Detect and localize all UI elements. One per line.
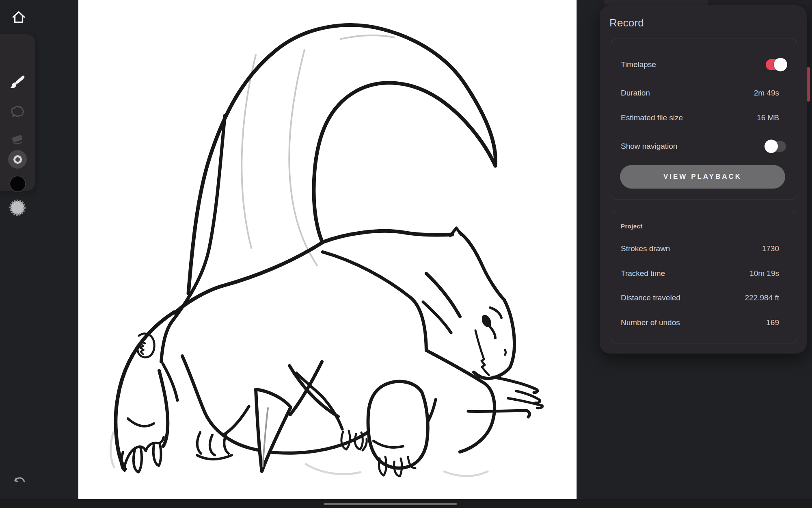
toggle-thumb (764, 140, 778, 153)
color-swatch-black[interactable] (8, 174, 27, 193)
number-of-undos-value: 169 (766, 318, 779, 327)
distance-traveled-label: Distance traveled (621, 293, 680, 302)
record-panel: Record Timelapse Duration 2m 49s Estimat… (600, 5, 807, 354)
tool-panel (0, 34, 35, 191)
canvas-drawing (78, 0, 577, 499)
eraser-tool-button[interactable] (8, 129, 27, 148)
duration-label: Duration (621, 89, 650, 98)
show-navigation-label: Show navigation (621, 142, 677, 151)
timelapse-label: Timelapse (621, 60, 656, 69)
strokes-drawn-label: Strokes drawn (621, 244, 670, 253)
project-heading: Project (621, 223, 643, 230)
background-panel-edge (604, 0, 708, 5)
strokes-drawn-value: 1730 (762, 244, 779, 253)
home-icon (11, 20, 27, 26)
show-navigation-toggle[interactable] (766, 141, 786, 152)
tracked-time-value: 10m 19s (749, 269, 779, 278)
texture-swatch-icon (9, 199, 26, 218)
file-size-label: Estimated file size (621, 113, 683, 122)
drawing-canvas[interactable] (78, 0, 577, 499)
number-of-undos-label: Number of undos (621, 318, 680, 327)
project-stats-card: Project Strokes drawn 1730 Tracked time … (611, 211, 797, 343)
duration-value: 2m 49s (754, 89, 779, 98)
smudge-tool-button[interactable] (8, 102, 27, 121)
vertical-scrollbar[interactable] (807, 67, 810, 102)
home-button[interactable] (11, 9, 27, 25)
brush-tool-button[interactable] (8, 74, 27, 92)
stroke-style-button[interactable] (8, 150, 27, 169)
black-color-icon (9, 176, 26, 192)
eraser-icon (9, 130, 26, 148)
undo-button[interactable] (11, 473, 27, 488)
background-toolbar-edge (708, 0, 812, 5)
toggle-thumb (774, 58, 787, 72)
undo-icon (11, 481, 27, 488)
stroke-circle-icon (8, 150, 27, 169)
smudge-icon (9, 103, 26, 121)
file-size-value: 16 MB (757, 113, 779, 122)
horizontal-scrollbar[interactable] (324, 503, 457, 505)
distance-traveled-value: 222.984 ft (745, 293, 779, 302)
panel-title: Record (609, 17, 644, 29)
record-settings-card: Timelapse Duration 2m 49s Estimated file… (611, 39, 797, 200)
tracked-time-label: Tracked time (621, 269, 665, 278)
timelapse-toggle[interactable] (766, 59, 786, 70)
texture-swatch-button[interactable] (8, 199, 27, 218)
view-playback-button[interactable]: VIEW PLAYBACK (620, 165, 785, 189)
paint-brush-icon (9, 74, 26, 92)
